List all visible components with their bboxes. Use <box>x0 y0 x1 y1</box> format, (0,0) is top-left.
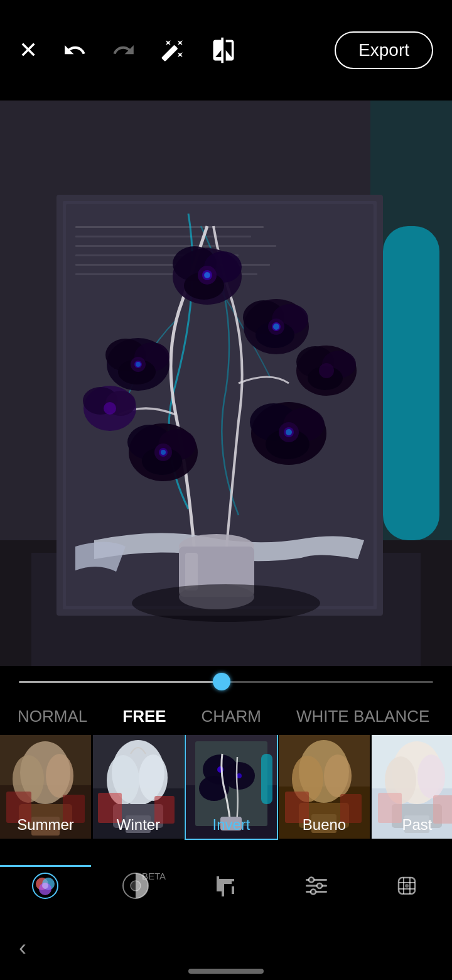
filter-label-bueno: Bueno <box>279 816 370 834</box>
image-area <box>0 101 452 666</box>
export-button[interactable]: Export <box>335 31 433 69</box>
svg-point-126 <box>317 883 322 888</box>
filter-thumb-invert[interactable]: Invert <box>186 735 277 839</box>
slider-fill <box>19 681 222 683</box>
svg-point-72 <box>46 754 73 798</box>
bottom-toolbar: BETA <box>0 854 452 917</box>
toolbar-crop-button[interactable] <box>210 869 242 902</box>
toolbar-bw-button[interactable]: BETA <box>119 869 152 902</box>
svg-point-119 <box>42 883 48 889</box>
heal-icon <box>390 869 423 902</box>
tab-white-balance[interactable]: WHITE BALANCE <box>279 697 447 735</box>
filter-thumb-summer[interactable]: Summer <box>0 735 91 839</box>
compare-button[interactable] <box>210 36 237 64</box>
toolbar-color-button[interactable] <box>29 869 62 902</box>
filter-thumb-winter[interactable]: Winter <box>93 735 184 839</box>
adjust-sliders-icon <box>300 869 333 902</box>
svg-point-125 <box>309 878 314 883</box>
tab-normal[interactable]: NORMAL <box>0 697 105 735</box>
svg-point-127 <box>311 890 316 895</box>
filter-label-summer: Summer <box>0 816 91 834</box>
filter-thumb-pastel[interactable]: Past <box>372 735 452 839</box>
tab-free[interactable]: FREE <box>105 697 183 735</box>
filter-label-winter: Winter <box>93 816 184 834</box>
toolbar-adjust-button[interactable] <box>300 869 333 902</box>
tab-charm[interactable]: CHARM <box>184 697 279 735</box>
back-button[interactable]: ‹ <box>19 935 26 961</box>
tab-bl[interactable]: BL <box>447 697 452 735</box>
svg-point-121 <box>131 881 141 891</box>
filter-label-pastel: Past <box>372 816 452 834</box>
svg-point-133 <box>405 884 409 888</box>
slider-track[interactable] <box>19 681 433 683</box>
svg-rect-67 <box>0 101 452 666</box>
top-bar-left: ✕ <box>19 36 237 64</box>
close-button[interactable]: ✕ <box>19 37 38 63</box>
filter-label-invert: Invert <box>186 816 277 834</box>
color-wheel-icon <box>29 869 62 902</box>
filter-tabs: NORMAL FREE CHARM WHITE BALANCE BL <box>0 697 452 735</box>
toolbar-heal-button[interactable] <box>390 869 423 902</box>
top-bar: ✕ Export <box>0 0 452 101</box>
slider-thumb[interactable] <box>213 673 230 690</box>
svg-point-110 <box>417 754 445 798</box>
svg-point-81 <box>139 754 168 801</box>
filter-thumbnails: Summer Winter <box>0 735 452 845</box>
crop-icon <box>210 869 242 902</box>
svg-rect-89 <box>261 754 272 804</box>
active-tab-underline <box>0 865 91 867</box>
beta-badge: BETA <box>142 871 166 881</box>
redo-button[interactable] <box>112 38 136 62</box>
filter-thumb-bueno[interactable]: Bueno <box>279 735 370 839</box>
magic-button[interactable] <box>161 38 185 62</box>
home-indicator <box>188 969 264 974</box>
undo-button[interactable] <box>63 38 87 62</box>
slider-container[interactable] <box>0 666 452 697</box>
